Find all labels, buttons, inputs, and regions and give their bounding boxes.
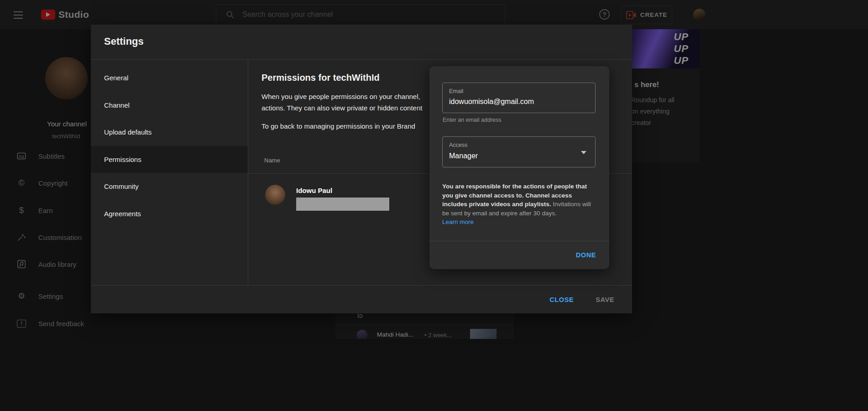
close-button[interactable]: CLOSE	[545, 292, 578, 307]
name-column-header: Name	[264, 157, 280, 164]
invite-dialog: Email Enter an email address Access Mana…	[429, 66, 609, 269]
settings-nav-channel[interactable]: Channel	[91, 92, 248, 119]
access-selected-value: Manager	[449, 152, 589, 160]
email-input[interactable]	[449, 98, 586, 106]
learn-more-link[interactable]: Learn more	[442, 219, 474, 225]
access-select[interactable]: Access Manager	[442, 136, 596, 167]
settings-nav-upload-defaults[interactable]: Upload defaults	[91, 119, 248, 146]
done-button[interactable]: DONE	[571, 248, 601, 262]
member-avatar	[265, 185, 285, 205]
save-button[interactable]: SAVE	[591, 292, 619, 307]
permissions-intro-line: actions. They can also view private or h…	[261, 104, 422, 112]
permissions-intro-line: To go back to managing permissions in yo…	[261, 122, 415, 130]
responsibility-warning: You are responsible for the actions of p…	[442, 182, 596, 218]
settings-modal-footer: CLOSE SAVE	[91, 285, 632, 313]
chevron-down-icon	[581, 151, 586, 154]
settings-nav-permissions[interactable]: Permissions	[91, 146, 248, 173]
settings-nav-general[interactable]: General	[91, 64, 248, 92]
settings-nav: General Channel Upload defaults Permissi…	[91, 60, 248, 285]
settings-nav-agreements[interactable]: Agreements	[91, 200, 248, 228]
settings-title: Settings	[104, 36, 144, 47]
email-field[interactable]: Email	[442, 83, 596, 113]
settings-nav-community[interactable]: Community	[91, 173, 248, 200]
email-helper-text: Enter an email address	[443, 117, 502, 123]
divider	[429, 241, 609, 241]
youtube-studio-screen: Studio ? CREATE Your channel techWithId …	[0, 0, 868, 411]
redacted-member-info	[296, 198, 389, 211]
member-name: Idowu Paul	[296, 187, 332, 194]
permissions-heading: Permissions for techWithId	[261, 73, 380, 83]
settings-modal-header: Settings	[91, 25, 632, 60]
email-field-label: Email	[449, 88, 589, 94]
permissions-intro-line: When you give people permissions on your…	[261, 93, 420, 100]
access-select-label: Access	[449, 142, 589, 148]
